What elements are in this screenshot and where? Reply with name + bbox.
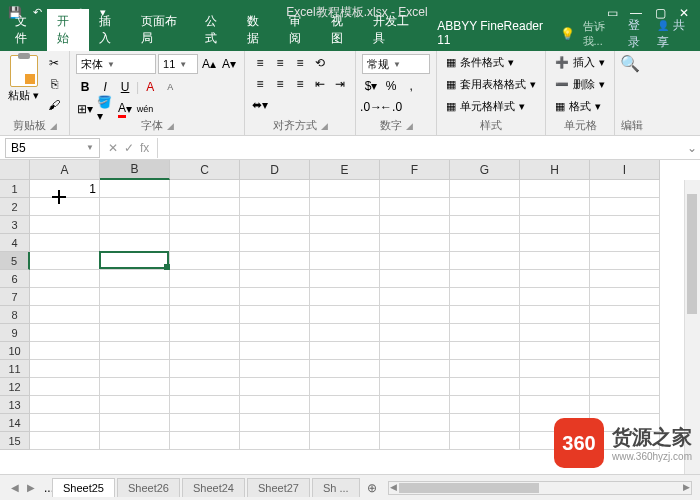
cell[interactable]	[520, 234, 590, 252]
grow-font-icon[interactable]: A	[141, 78, 159, 96]
cell[interactable]	[450, 198, 520, 216]
cell[interactable]	[240, 360, 310, 378]
cell[interactable]	[450, 216, 520, 234]
find-icon[interactable]: 🔍	[621, 54, 639, 72]
paste-button[interactable]: 粘贴 ▾	[6, 54, 41, 105]
decrease-decimal-icon[interactable]: ←.0	[382, 98, 400, 116]
cell[interactable]	[450, 396, 520, 414]
name-box[interactable]: B5▼	[5, 138, 100, 158]
cell[interactable]	[380, 306, 450, 324]
row-header[interactable]: 6	[0, 270, 30, 288]
cell[interactable]	[380, 234, 450, 252]
cell[interactable]	[590, 270, 660, 288]
cell[interactable]	[170, 216, 240, 234]
cell[interactable]	[170, 198, 240, 216]
increase-font-icon[interactable]: A▴	[200, 55, 218, 73]
cell[interactable]	[310, 180, 380, 198]
cell[interactable]	[520, 252, 590, 270]
cell[interactable]	[30, 306, 100, 324]
align-top-icon[interactable]: ≡	[251, 54, 269, 72]
cell[interactable]	[170, 432, 240, 450]
cell[interactable]	[100, 270, 170, 288]
tab-developer[interactable]: 开发工具	[363, 9, 427, 51]
italic-button[interactable]: I	[96, 78, 114, 96]
indent-decrease-icon[interactable]: ⇤	[311, 75, 329, 93]
cell[interactable]	[310, 198, 380, 216]
cell[interactable]	[450, 180, 520, 198]
conditional-format-button[interactable]: ▦条件格式 ▾	[443, 54, 539, 71]
cell[interactable]	[380, 252, 450, 270]
row-header[interactable]: 11	[0, 360, 30, 378]
sheet-nav-prev-icon[interactable]: ◀	[8, 482, 22, 493]
cell[interactable]	[590, 324, 660, 342]
cell[interactable]	[450, 324, 520, 342]
formula-bar[interactable]	[157, 138, 684, 158]
cell[interactable]	[240, 432, 310, 450]
increase-decimal-icon[interactable]: .0→	[362, 98, 380, 116]
tab-data[interactable]: 数据	[237, 9, 279, 51]
cell[interactable]	[380, 180, 450, 198]
col-header[interactable]: C	[170, 160, 240, 180]
cell[interactable]	[30, 360, 100, 378]
cell[interactable]	[520, 396, 590, 414]
login-link[interactable]: 登录	[628, 17, 649, 51]
cell[interactable]	[30, 414, 100, 432]
row-header[interactable]: 9	[0, 324, 30, 342]
cell[interactable]	[170, 306, 240, 324]
col-header[interactable]: E	[310, 160, 380, 180]
cell[interactable]	[310, 270, 380, 288]
tab-home[interactable]: 开始	[47, 9, 89, 51]
add-sheet-button[interactable]: ⊕	[362, 481, 382, 495]
cell[interactable]	[310, 396, 380, 414]
enter-formula-icon[interactable]: ✓	[124, 141, 134, 155]
align-middle-icon[interactable]: ≡	[271, 54, 289, 72]
cell[interactable]	[100, 360, 170, 378]
cell[interactable]	[30, 216, 100, 234]
align-center-icon[interactable]: ≡	[271, 75, 289, 93]
cell[interactable]	[380, 198, 450, 216]
sheet-nav-next-icon[interactable]: ▶	[24, 482, 38, 493]
row-header[interactable]: 10	[0, 342, 30, 360]
cell[interactable]	[240, 414, 310, 432]
cell[interactable]	[100, 432, 170, 450]
cell[interactable]	[310, 252, 380, 270]
cell[interactable]	[100, 378, 170, 396]
cell[interactable]	[450, 270, 520, 288]
cell[interactable]	[240, 288, 310, 306]
cell[interactable]	[520, 306, 590, 324]
row-header[interactable]: 7	[0, 288, 30, 306]
tab-abbyy[interactable]: ABBYY FineReader 11	[427, 15, 559, 51]
row-header[interactable]: 8	[0, 306, 30, 324]
align-left-icon[interactable]: ≡	[251, 75, 269, 93]
cell[interactable]	[170, 396, 240, 414]
cell[interactable]	[380, 216, 450, 234]
percent-icon[interactable]: %	[382, 77, 400, 95]
row-header[interactable]: 3	[0, 216, 30, 234]
cell[interactable]	[520, 180, 590, 198]
share-button[interactable]: 👤 共享	[657, 17, 692, 51]
bold-button[interactable]: B	[76, 78, 94, 96]
cell[interactable]	[310, 414, 380, 432]
cell[interactable]	[590, 360, 660, 378]
cell[interactable]	[520, 342, 590, 360]
insert-cells-button[interactable]: ➕插入 ▾	[552, 54, 608, 71]
cell[interactable]	[380, 288, 450, 306]
cell[interactable]	[30, 396, 100, 414]
cell[interactable]	[170, 252, 240, 270]
delete-cells-button[interactable]: ➖删除 ▾	[552, 76, 608, 93]
cell[interactable]	[100, 342, 170, 360]
cell[interactable]	[310, 342, 380, 360]
cell[interactable]	[100, 198, 170, 216]
cancel-formula-icon[interactable]: ✕	[108, 141, 118, 155]
cell[interactable]	[30, 252, 100, 270]
fill-color-icon[interactable]: 🪣▾	[96, 100, 114, 118]
cell[interactable]	[170, 414, 240, 432]
accounting-icon[interactable]: $▾	[362, 77, 380, 95]
cell[interactable]	[100, 324, 170, 342]
cell[interactable]	[450, 342, 520, 360]
cell[interactable]	[240, 324, 310, 342]
cell[interactable]	[240, 234, 310, 252]
cell[interactable]	[450, 306, 520, 324]
cell[interactable]: 1	[30, 180, 100, 198]
select-all-button[interactable]	[0, 160, 30, 180]
